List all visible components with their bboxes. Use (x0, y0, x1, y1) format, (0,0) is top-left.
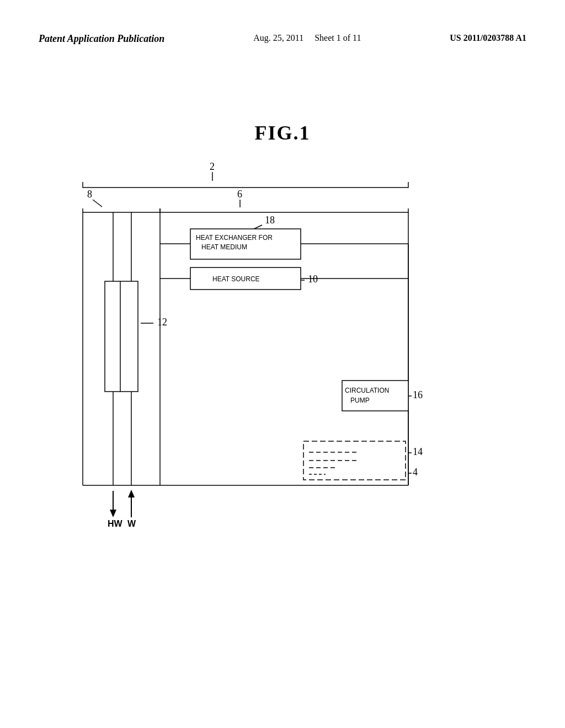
label-12: 12 (157, 317, 167, 328)
date-sheet: Aug. 25, 2011 Sheet 1 of 11 (253, 33, 361, 43)
label-6: 6 (237, 189, 242, 200)
hw-label: HW (108, 519, 123, 528)
heat-exchanger-label-2: HEAT MEDIUM (201, 243, 247, 251)
heat-exchanger-inner (105, 281, 138, 392)
sheet-info: Sheet 1 of 11 (315, 33, 361, 42)
label-16: 16 (413, 389, 423, 400)
label-8: 8 (87, 189, 92, 200)
label-2: 2 (210, 161, 215, 172)
svg-line-1 (93, 200, 102, 207)
diagram-container: 2 8 6 18 HEAT EXCHANGER FOR HEAT MEDIUM (50, 160, 502, 535)
patent-number: US 2011/0203788 A1 (450, 33, 526, 43)
heat-exchanger-label-1: HEAT EXCHANGER FOR (196, 234, 273, 242)
label-18: 18 (265, 215, 275, 226)
patent-page: Patent Application Publication Aug. 25, … (0, 0, 565, 728)
page-header: Patent Application Publication Aug. 25, … (0, 33, 565, 45)
circuit-diagram: 2 8 6 18 HEAT EXCHANGER FOR HEAT MEDIUM (50, 160, 502, 535)
circulation-pump-label-1: CIRCULATION (345, 387, 389, 394)
publication-type: Patent Application Publication (39, 33, 164, 45)
pub-date: Aug. 25, 2011 (253, 33, 303, 42)
label-14: 14 (413, 446, 423, 457)
svg-marker-27 (128, 490, 135, 497)
figure-title: FIG.1 (254, 121, 310, 144)
w-label: W (127, 519, 136, 528)
label-4: 4 (413, 467, 418, 478)
circulation-pump-label-2: PUMP (350, 397, 370, 404)
svg-marker-25 (110, 510, 116, 517)
circulation-pump-box (342, 381, 408, 411)
label-10: 10 (308, 274, 318, 285)
heat-source-label: HEAT SOURCE (212, 275, 260, 283)
